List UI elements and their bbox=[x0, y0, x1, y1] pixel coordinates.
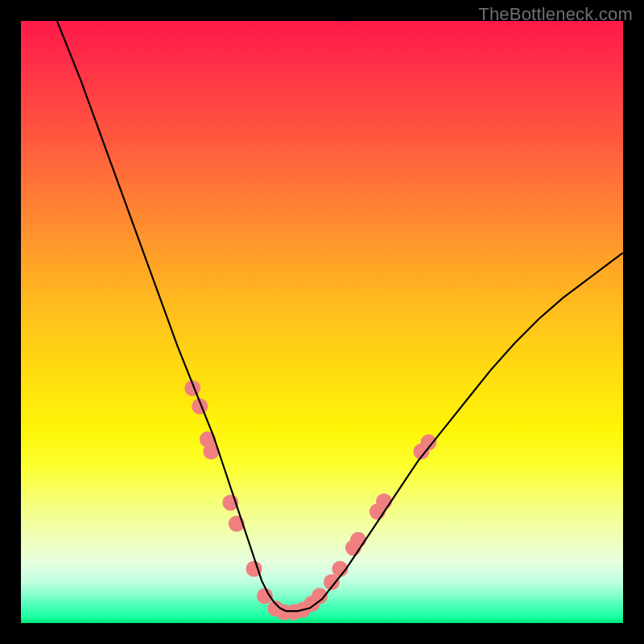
chart-markers bbox=[184, 380, 436, 620]
watermark-text: TheBottleneck.com bbox=[478, 4, 633, 25]
chart-frame bbox=[21, 21, 623, 623]
chart-marker bbox=[376, 493, 392, 510]
chart-marker bbox=[350, 532, 366, 548]
chart-plot-svg bbox=[21, 21, 623, 623]
chart-curve bbox=[57, 21, 623, 611]
